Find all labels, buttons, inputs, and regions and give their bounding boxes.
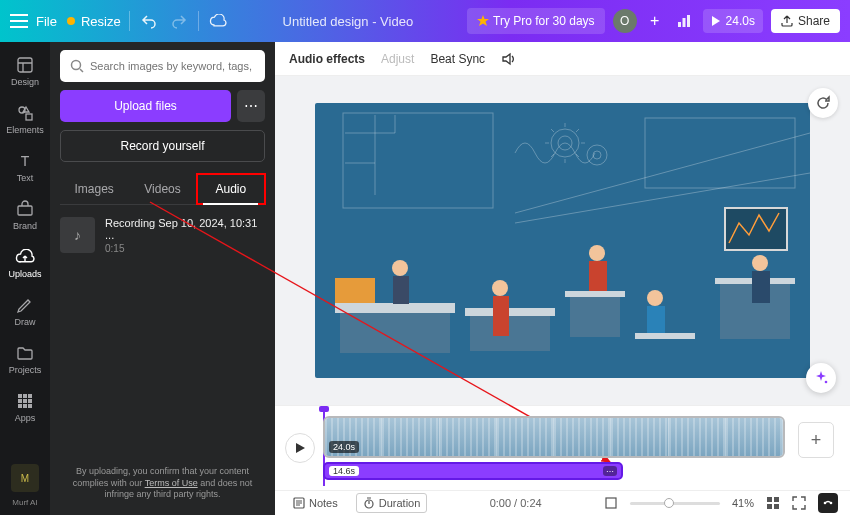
svg-point-22 <box>587 145 607 165</box>
svg-rect-24 <box>645 118 795 188</box>
canvas-area <box>275 76 850 405</box>
analytics-icon[interactable] <box>673 10 695 32</box>
svg-rect-12 <box>18 399 22 403</box>
svg-rect-4 <box>18 58 32 72</box>
upload-tabs: Images Videos Audio <box>60 174 265 205</box>
svg-rect-52 <box>774 497 779 502</box>
help-icon[interactable] <box>818 493 838 513</box>
magic-icon[interactable] <box>806 363 836 393</box>
upload-disclaimer: By uploading, you confirm that your cont… <box>60 460 265 507</box>
svg-rect-16 <box>23 404 27 408</box>
audio-duration: 0:15 <box>105 243 265 254</box>
try-pro-label: Try Pro for 30 days <box>493 14 595 28</box>
notes-button[interactable]: Notes <box>287 494 344 512</box>
timeline: 24.0s 14.6s ⋯ + Notes Duration 0:00 / 0:… <box>275 405 850 515</box>
svg-rect-33 <box>493 296 509 336</box>
svg-rect-1 <box>678 22 681 27</box>
play-preview-button[interactable]: 24.0s <box>703 9 763 33</box>
refresh-icon[interactable] <box>808 88 838 118</box>
svg-rect-6 <box>26 114 32 120</box>
audio-track-menu[interactable]: ⋯ <box>603 466 617 476</box>
svg-rect-31 <box>470 316 550 351</box>
rail-projects[interactable]: Projects <box>0 336 50 382</box>
rail-label: Elements <box>6 125 44 135</box>
redo-icon[interactable] <box>168 10 190 32</box>
add-scene-button[interactable]: + <box>798 422 834 458</box>
terms-link[interactable]: Terms of Use <box>145 478 198 488</box>
tab-audio[interactable]: Audio <box>197 174 265 204</box>
svg-rect-50 <box>606 498 616 508</box>
rail-text[interactable]: TText <box>0 144 50 190</box>
tab-images[interactable]: Images <box>60 174 128 204</box>
uploads-panel: Upload files ⋯ Record yourself Images Vi… <box>50 42 275 515</box>
rail-draw[interactable]: Draw <box>0 288 50 334</box>
file-menu[interactable]: File <box>36 14 57 29</box>
svg-rect-51 <box>767 497 772 502</box>
svg-rect-2 <box>682 18 685 27</box>
menu-icon[interactable] <box>10 14 28 28</box>
svg-rect-15 <box>18 404 22 408</box>
svg-text:T: T <box>21 153 30 169</box>
video-duration-badge: 24.0s <box>329 441 359 453</box>
timeline-stack[interactable]: 24.0s 14.6s ⋯ + <box>323 410 840 486</box>
avatar[interactable]: O <box>613 9 637 33</box>
try-pro-button[interactable]: Try Pro for 30 days <box>467 8 605 34</box>
search-icon <box>70 59 84 73</box>
upload-files-button[interactable]: Upload files <box>60 90 231 122</box>
svg-rect-19 <box>343 113 493 208</box>
svg-rect-11 <box>28 394 32 398</box>
divider <box>129 11 130 31</box>
svg-point-34 <box>589 245 605 261</box>
svg-rect-36 <box>565 291 625 297</box>
svg-rect-53 <box>767 504 772 509</box>
share-button[interactable]: Share <box>771 9 840 33</box>
rail-uploads[interactable]: Uploads <box>0 240 50 286</box>
resize-button[interactable]: Resize <box>65 14 121 29</box>
svg-rect-29 <box>393 276 409 304</box>
document-title[interactable]: Untitled design - Video <box>237 14 459 29</box>
crop-icon[interactable] <box>604 496 618 510</box>
svg-rect-9 <box>18 394 22 398</box>
main-area: Audio effects Adjust Beat Sync <box>275 42 850 515</box>
record-yourself-button[interactable]: Record yourself <box>60 130 265 162</box>
svg-rect-39 <box>647 306 665 336</box>
audio-item[interactable]: ♪ Recording Sep 10, 2024, 10:31 ... 0:15 <box>60 217 265 254</box>
search-input-wrap[interactable] <box>60 50 265 82</box>
undo-icon[interactable] <box>138 10 160 32</box>
svg-rect-54 <box>774 504 779 509</box>
beat-sync-button[interactable]: Beat Sync <box>430 52 485 66</box>
svg-rect-14 <box>28 399 32 403</box>
svg-rect-27 <box>335 278 375 303</box>
grid-view-icon[interactable] <box>766 496 780 510</box>
tab-videos[interactable]: Videos <box>128 174 196 204</box>
rail-apps[interactable]: Apps <box>0 384 50 430</box>
rail-brand[interactable]: Brand <box>0 192 50 238</box>
resize-label: Resize <box>81 14 121 29</box>
fullscreen-icon[interactable] <box>792 496 806 510</box>
audio-list: ♪ Recording Sep 10, 2024, 10:31 ... 0:15 <box>60 217 265 254</box>
video-track[interactable]: 24.0s <box>323 416 785 458</box>
rail-label: Design <box>11 77 39 87</box>
upload-more-button[interactable]: ⋯ <box>237 90 265 122</box>
svg-point-32 <box>492 280 508 296</box>
timeline-tracks: 24.0s 14.6s ⋯ + <box>275 406 850 490</box>
svg-rect-8 <box>18 206 32 215</box>
rail-elements[interactable]: Elements <box>0 96 50 142</box>
duration-button[interactable]: Duration <box>356 493 428 513</box>
audio-track[interactable]: 14.6s ⋯ <box>323 462 623 480</box>
time-display: 0:00 / 0:24 <box>490 497 542 509</box>
svg-rect-3 <box>687 15 690 27</box>
timeline-play-button[interactable] <box>285 433 315 463</box>
rail-label: Text <box>17 173 34 183</box>
rail-design[interactable]: Design <box>0 48 50 94</box>
svg-rect-40 <box>635 333 695 339</box>
video-canvas[interactable] <box>315 103 810 378</box>
volume-icon[interactable] <box>501 51 517 67</box>
audio-effects-button[interactable]: Audio effects <box>289 52 365 66</box>
zoom-slider[interactable] <box>630 502 720 505</box>
svg-rect-10 <box>23 394 27 398</box>
murf-ai-app[interactable]: M <box>11 464 39 492</box>
add-collaborator-icon[interactable]: + <box>645 11 665 31</box>
search-input[interactable] <box>90 60 255 72</box>
cloud-sync-icon[interactable] <box>207 10 229 32</box>
